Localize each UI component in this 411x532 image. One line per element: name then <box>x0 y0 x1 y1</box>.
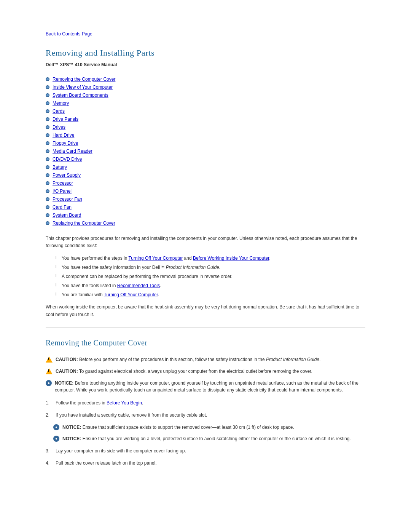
step-1: 1. Follow the procedures in Before You B… <box>46 399 365 406</box>
toc-link-18[interactable]: Replacing the Computer Cover <box>53 220 115 227</box>
toc-item-1: Inside View of Your Computer <box>46 84 365 91</box>
notice-block-1: ● NOTICE: Before touching anything insid… <box>46 380 365 393</box>
caution-icon-1 <box>46 356 53 363</box>
step-4-text: Pull back the cover release latch on the… <box>56 460 157 466</box>
condition-1: You have performed the steps in Turning … <box>57 255 365 262</box>
notice-icon-3: ● <box>53 436 59 442</box>
step-2: 2. If you have installed a security cabl… <box>46 412 365 419</box>
toc-bullet-17 <box>46 213 49 217</box>
toc-item-13: Processor <box>46 180 365 187</box>
step-4: 4. Pull back the cover release latch on … <box>46 460 365 466</box>
toc-link-6[interactable]: Drives <box>53 124 65 131</box>
toc-item-10: CD/DVD Drive <box>46 156 365 163</box>
step-3-number: 3. <box>46 447 53 454</box>
condition-2: You have read the safety information in … <box>57 264 365 271</box>
toc-bullet-9 <box>46 149 49 153</box>
toc-link-10[interactable]: CD/DVD Drive <box>53 156 82 163</box>
toc-bullet-10 <box>46 157 49 161</box>
toc-item-15: Processor Fan <box>46 196 365 203</box>
toc-link-16[interactable]: Card Fan <box>53 204 72 211</box>
section1-title: Removing the Computer Cover <box>46 337 365 348</box>
step-4-number: 4. <box>46 460 53 466</box>
caution-block-1: CAUTION: Before you perform any of the p… <box>46 356 365 363</box>
toc-item-0: Removing the Computer Cover <box>46 76 365 83</box>
heat-warning-text: When working inside the computer, be awa… <box>46 304 365 318</box>
toc-bullet-1 <box>46 85 49 89</box>
before-you-begin-link[interactable]: Before You Begin <box>107 400 142 406</box>
back-link-container: Back to Contents Page <box>46 30 365 37</box>
toc-nav-list: Removing the Computer CoverInside View o… <box>46 76 365 227</box>
toc-item-2: System Board Components <box>46 92 365 99</box>
toc-item-11: Battery <box>46 164 365 171</box>
notice-icon-2: ● <box>53 424 59 430</box>
toc-item-7: Hard Drive <box>46 132 365 139</box>
toc-link-2[interactable]: System Board Components <box>53 92 108 99</box>
toc-item-9: Media Card Reader <box>46 148 365 155</box>
toc-link-8[interactable]: Floppy Drive <box>53 140 78 147</box>
conditions-list: You have performed the steps in Turning … <box>57 255 365 298</box>
recommended-tools-link[interactable]: Recommended Tools <box>117 283 160 288</box>
step-3: 3. Lay your computer on its side with th… <box>46 447 365 454</box>
notice-text-2: NOTICE: Ensure that sufficient space exi… <box>62 424 294 431</box>
toc-link-0[interactable]: Removing the Computer Cover <box>53 76 115 83</box>
toc-link-13[interactable]: Processor <box>53 180 73 187</box>
notice-text-3: NOTICE: Ensure that you are working on a… <box>62 435 351 442</box>
toc-link-9[interactable]: Media Card Reader <box>53 148 92 155</box>
toc-item-17: System Board <box>46 212 365 219</box>
toc-bullet-8 <box>46 141 49 145</box>
toc-link-14[interactable]: I/O Panel <box>53 188 72 195</box>
toc-bullet-4 <box>46 109 49 113</box>
back-to-contents-link[interactable]: Back to Contents Page <box>46 31 92 37</box>
notice-group-2: ● NOTICE: Ensure that sufficient space e… <box>53 424 365 442</box>
step-3-text: Lay your computer on its side with the c… <box>56 447 186 454</box>
toc-bullet-5 <box>46 117 49 121</box>
step-1-text: Follow the procedures in Before You Begi… <box>56 399 143 406</box>
toc-bullet-15 <box>46 197 49 201</box>
toc-item-14: I/O Panel <box>46 188 365 195</box>
notice-icon-1: ● <box>46 380 52 386</box>
turning-off-link-2[interactable]: Turning Off Your Computer <box>104 292 158 297</box>
toc-link-12[interactable]: Power Supply <box>53 172 81 179</box>
caution-icon-2 <box>46 368 53 375</box>
toc-bullet-7 <box>46 133 49 137</box>
condition-4: You have the tools listed in Recommended… <box>57 282 365 289</box>
condition-5: You are familiar with Turning Off Your C… <box>57 291 365 298</box>
toc-bullet-16 <box>46 205 49 209</box>
toc-link-1[interactable]: Inside View of Your Computer <box>53 84 113 91</box>
caution-text-2: CAUTION: To guard against electrical sho… <box>56 368 312 375</box>
toc-bullet-13 <box>46 181 49 185</box>
toc-bullet-18 <box>46 221 49 225</box>
toc-link-3[interactable]: Memory <box>53 100 69 107</box>
toc-item-8: Floppy Drive <box>46 140 365 147</box>
step-2-text: If you have installed a security cable, … <box>56 412 207 419</box>
toc-bullet-11 <box>46 165 49 169</box>
toc-item-18: Replacing the Computer Cover <box>46 220 365 227</box>
toc-link-7[interactable]: Hard Drive <box>53 132 74 139</box>
before-working-link[interactable]: Before Working Inside Your Computer <box>193 256 269 261</box>
toc-link-15[interactable]: Processor Fan <box>53 196 82 203</box>
toc-link-5[interactable]: Drive Panels <box>53 116 78 123</box>
step-2-number: 2. <box>46 412 53 419</box>
steps-container: 1. Follow the procedures in Before You B… <box>46 399 365 466</box>
toc-link-11[interactable]: Battery <box>53 164 67 171</box>
step-1-number: 1. <box>46 399 53 406</box>
toc-item-6: Drives <box>46 124 365 131</box>
notice-block-3: ● NOTICE: Ensure that you are working on… <box>53 435 365 442</box>
toc-bullet-14 <box>46 189 49 193</box>
toc-bullet-12 <box>46 173 49 177</box>
toc-item-3: Memory <box>46 100 365 107</box>
toc-item-5: Drive Panels <box>46 116 365 123</box>
page-title: Removing and Installing Parts <box>46 46 365 59</box>
toc-bullet-3 <box>46 101 49 105</box>
turning-off-link-1[interactable]: Turning Off Your Computer <box>128 256 183 261</box>
notice-block-2: ● NOTICE: Ensure that sufficient space e… <box>53 424 365 431</box>
toc-link-17[interactable]: System Board <box>53 212 81 219</box>
toc-bullet-2 <box>46 93 49 97</box>
page-subtitle: Dell™ XPS™ 410 Service Manual <box>46 61 365 68</box>
toc-bullet-6 <box>46 125 49 129</box>
intro-paragraph: This chapter provides procedures for rem… <box>46 235 365 249</box>
toc-item-4: Cards <box>46 108 365 115</box>
toc-link-4[interactable]: Cards <box>53 108 65 115</box>
condition-3: A component can be replaced by performin… <box>57 273 365 280</box>
page-container: Back to Contents Page Removing and Insta… <box>23 0 388 502</box>
